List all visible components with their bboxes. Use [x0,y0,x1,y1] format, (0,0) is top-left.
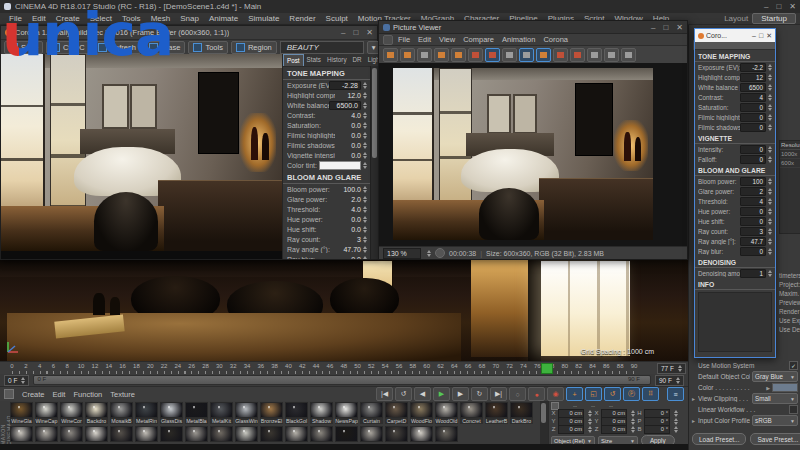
setting-value[interactable]: 3 [740,227,766,236]
tools-button[interactable]: Tools [188,41,228,54]
step-forward-button[interactable]: ▶ [452,387,469,401]
ab-horizontal-icon[interactable] [485,48,500,62]
value-stepper[interactable] [768,64,772,71]
info-icon[interactable] [604,48,619,62]
menu-item-mesh[interactable]: Mesh [146,14,176,23]
value-stepper[interactable] [363,186,367,193]
material-item[interactable]: BlackGol [285,402,308,424]
pv-menu-item-edit[interactable]: Edit [414,35,435,44]
checkbox-linear-workflow[interactable] [789,405,798,414]
expander-icon[interactable]: ▸ [692,395,696,402]
value-stepper[interactable] [363,82,367,89]
material-item[interactable]: GlassDis [160,402,183,424]
material-item[interactable] [360,426,383,442]
close-icon[interactable]: ✕ [766,32,772,40]
tab-history[interactable]: History [324,54,350,66]
material-item[interactable]: WoodFlo [410,402,433,424]
material-menu-item-function[interactable]: Function [69,390,106,399]
minimize-icon[interactable]: – [341,28,345,37]
material-item[interactable] [185,426,208,442]
material-item[interactable] [160,426,183,442]
material-item[interactable] [60,426,83,442]
setting-value[interactable]: 0 [740,217,766,226]
setting-value[interactable]: -2.2 [740,63,766,72]
key-point-level-button[interactable]: ⠿ [642,387,659,401]
color-tint-swatch[interactable] [319,161,361,170]
setting-value[interactable]: 4.0 [335,112,361,119]
loop-button[interactable]: ↻ [471,387,488,401]
setting-value[interactable]: 2.0 [335,196,361,203]
setting-value[interactable]: 4 [740,197,766,206]
menu-item-snap[interactable]: Snap [175,14,204,23]
current-frame-marker[interactable] [541,363,553,374]
value-stepper[interactable] [631,418,635,425]
tab-post[interactable]: Post [283,54,304,66]
keyframe-mode-button[interactable]: ○ [509,387,526,401]
value-stepper[interactable] [631,410,635,417]
color-swatch[interactable] [772,383,798,392]
value-stepper[interactable] [768,74,772,81]
material-item[interactable] [135,426,158,442]
position-field[interactable]: 0 cm [558,425,584,434]
value-stepper[interactable] [363,236,367,243]
material-item[interactable] [85,426,108,442]
setting-value[interactable]: 0.0 [335,256,361,260]
value-stepper[interactable] [674,410,678,417]
value-stepper[interactable] [768,228,772,235]
tab-dr[interactable]: DR [350,54,365,66]
material-item[interactable]: Curtain [360,402,383,424]
expander-icon[interactable]: ▸ [692,417,696,424]
close-icon[interactable]: ✕ [676,23,683,32]
save-preset-button[interactable]: Save Preset... [750,433,800,445]
play-button[interactable]: ▶ [433,387,450,401]
key-position-button[interactable]: + [566,387,583,401]
value-stepper[interactable] [768,114,772,121]
dropdown-input-color-profile[interactable]: sRGB▼ [752,415,798,426]
filter-icon[interactable] [621,48,636,62]
value-stepper[interactable] [768,218,772,225]
minimize-icon[interactable]: – [752,32,756,40]
open-icon[interactable] [383,48,398,62]
picture-viewer-titlebar[interactable]: Picture Viewer – □ ✕ [379,21,687,34]
material-item[interactable]: WineGla [10,402,33,424]
timeline-ruler[interactable]: 0246810121416182022242628303234363840424… [0,361,688,375]
setting-value[interactable]: 100 [740,177,766,186]
key-rotation-button[interactable]: ↺ [604,387,621,401]
close-icon[interactable]: ✕ [366,28,373,37]
material-item[interactable] [435,426,458,442]
fullscreen-icon[interactable] [434,48,449,62]
pv-menu-item-view[interactable]: View [435,35,459,44]
material-item[interactable]: NewsPap [335,402,358,424]
pv-menu-item-corona[interactable]: Corona [539,35,572,44]
value-stepper[interactable] [768,94,772,101]
save-button[interactable]: Save [4,41,43,54]
value-stepper[interactable] [363,132,367,139]
copy-button[interactable]: Ctrl+C [46,41,89,54]
pv-menu-item-file[interactable]: File [394,35,414,44]
minimize-icon[interactable]: – [651,23,655,32]
menu-item-simulate[interactable]: Simulate [243,14,284,23]
material-item[interactable]: WineCor [60,402,83,424]
menu-item-render[interactable]: Render [284,14,320,23]
material-item[interactable] [210,426,233,442]
setting-value[interactable]: 0.0 [335,142,361,149]
value-stepper[interactable] [768,178,772,185]
tab-lightmix[interactable]: LightMix [365,54,378,66]
value-stepper[interactable] [363,226,367,233]
value-stepper[interactable] [363,92,367,99]
record-keyframe-button[interactable]: ● [528,387,545,401]
setting-value[interactable]: -2.28 [329,81,361,90]
setting-value[interactable]: 0.0 [335,152,361,159]
layout-selector[interactable]: Startup [752,13,796,24]
value-stepper[interactable] [631,426,635,433]
material-item[interactable] [235,426,258,442]
compare-icon[interactable] [451,48,466,62]
zoom-level-field[interactable]: 130 % [383,248,421,259]
value-stepper[interactable] [363,246,367,253]
value-stepper[interactable] [363,142,367,149]
setting-value[interactable]: 4 [740,93,766,102]
value-stepper[interactable] [363,112,367,119]
setting-value[interactable]: 6500 [740,83,766,92]
key-parameter-button[interactable]: Ⓟ [623,387,640,401]
swap-ab-icon[interactable] [536,48,551,62]
